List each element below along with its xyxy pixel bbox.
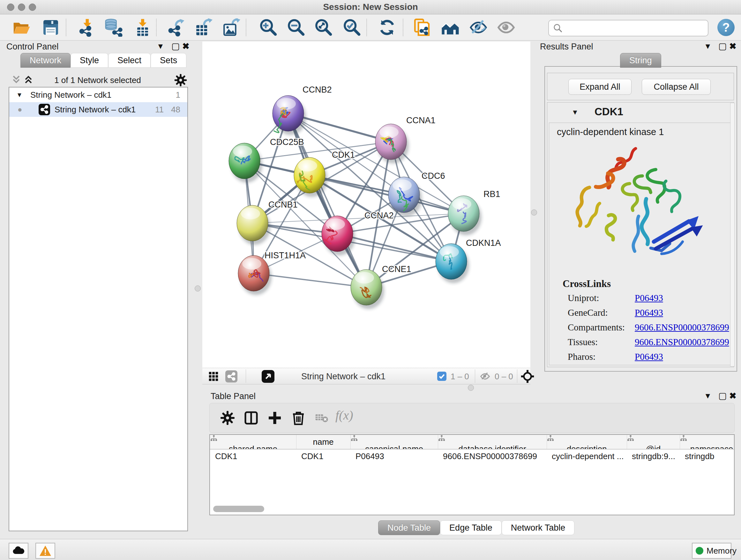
crosslink-row: GeneCard:P06493 <box>568 307 727 322</box>
results-panel-collapse-icon[interactable]: ▼ <box>704 42 712 51</box>
table-cell[interactable]: stringdb:9... <box>627 449 680 463</box>
first-neighbors-icon[interactable] <box>441 18 460 37</box>
network-options-gear-icon[interactable] <box>174 73 187 87</box>
zoom-fit-icon[interactable] <box>314 18 333 37</box>
collapse-all-button[interactable]: Collapse All <box>642 79 711 95</box>
add-column-icon[interactable] <box>267 410 282 426</box>
table-cell[interactable]: 9606.ENSP00000378699 <box>438 449 547 463</box>
table-cell[interactable]: P06493 <box>350 449 438 463</box>
control-panel-collapse-icon[interactable]: ▼ <box>157 42 164 51</box>
node-label-HIST1H1A: HIST1H1A <box>265 251 306 260</box>
network-node-CCNE1[interactable]: CCNE1 <box>351 264 411 309</box>
apply-function-icon[interactable]: f(x) <box>335 408 364 423</box>
network-node-CDC6[interactable]: CDC6 <box>388 171 445 216</box>
table-toolbar: f(x) <box>209 403 735 433</box>
delete-table-icon[interactable] <box>314 410 330 426</box>
results-scrollbar[interactable] <box>730 103 735 367</box>
expand-all-button[interactable]: Expand All <box>568 79 631 95</box>
import-network-icon[interactable] <box>77 18 96 37</box>
crosslink-value-link[interactable]: 9606.ENSP00000378699 <box>635 337 729 348</box>
share-view-icon[interactable] <box>225 370 238 382</box>
tab-style[interactable]: Style <box>71 53 108 68</box>
network-canvas[interactable]: CCNB2CCNA1CDC25BCDK1CDC6RB1CCNB1CCNA2CDK… <box>202 42 530 368</box>
selected-nodes-checkbox-icon[interactable] <box>437 372 447 381</box>
table-settings-gear-icon[interactable] <box>220 410 235 426</box>
network-collection-row[interactable]: ▼ String Network – cdk1 1 <box>9 87 187 102</box>
control-panel-float-icon[interactable]: ▢ <box>172 41 180 51</box>
results-panel-close-icon[interactable]: ✖ <box>729 41 737 51</box>
tab-string-results[interactable]: String <box>620 53 661 68</box>
crosslink-label: Pharos: <box>568 352 596 362</box>
column-header-shared-name[interactable]: shared name <box>210 435 296 449</box>
cloud-status-button[interactable] <box>9 543 28 559</box>
table-cell[interactable]: stringdb <box>680 449 735 463</box>
network-node-RB1[interactable]: RB1 <box>448 189 500 235</box>
column-header-database-identifier[interactable]: database identifier <box>438 435 547 449</box>
tab-network-table[interactable]: Network Table <box>502 520 575 535</box>
export-image-icon[interactable] <box>222 18 240 37</box>
table-panel-float-icon[interactable]: ▢ <box>718 390 727 401</box>
column-header-canonical-name[interactable]: canonical name <box>350 435 438 449</box>
crosslink-value-link[interactable]: 9606.ENSP00000378699 <box>635 322 729 333</box>
bottom-splitter-handle[interactable] <box>468 385 474 391</box>
table-panel-close-icon[interactable]: ✖ <box>729 391 737 401</box>
crosslink-value-link[interactable]: P06493 <box>635 307 663 318</box>
hidden-eye-icon[interactable] <box>479 371 491 382</box>
table-cell[interactable]: cyclin-dependent ... <box>547 449 627 463</box>
network-node-count: 11 <box>155 102 164 117</box>
network-node-CDKN1A[interactable]: CDKN1A <box>435 238 501 283</box>
results-panel-float-icon[interactable]: ▢ <box>718 41 727 51</box>
birds-eye-view-icon[interactable] <box>521 369 535 383</box>
control-panel-title: Control Panel <box>6 42 59 52</box>
crosslink-value-link[interactable]: P06493 <box>635 293 663 303</box>
collection-label: String Network – cdk1 <box>30 87 111 102</box>
zoom-selected-icon[interactable] <box>342 18 361 37</box>
node-label-CDC6: CDC6 <box>421 171 445 181</box>
duplicate-network-icon[interactable] <box>413 18 431 37</box>
network-node-CCNB2[interactable]: CCNB2 <box>273 85 332 135</box>
column-header-description[interactable]: description <box>547 435 627 449</box>
apply-layout-icon[interactable] <box>378 18 396 37</box>
zoom-out-icon[interactable] <box>286 18 305 37</box>
control-panel-close-icon[interactable]: ✖ <box>182 41 190 51</box>
table-panel-collapse-icon[interactable]: ▼ <box>704 391 712 400</box>
tab-edge-table[interactable]: Edge Table <box>440 520 502 535</box>
network-node-CCNA1[interactable]: CCNA1 <box>375 116 435 164</box>
warning-status-button[interactable] <box>36 543 55 559</box>
network-node-HIST1H1A[interactable]: HIST1H1A <box>238 251 306 295</box>
network-row-selected[interactable]: ● String Network – cdk1 11 48 <box>9 102 187 117</box>
show-all-icon[interactable] <box>497 18 515 37</box>
tab-select[interactable]: Select <box>108 53 151 68</box>
tab-network[interactable]: Network <box>20 53 71 68</box>
tab-sets[interactable]: Sets <box>151 53 186 68</box>
table-cell[interactable]: CDK1 <box>296 449 350 463</box>
tab-node-table[interactable]: Node Table <box>378 520 440 535</box>
help-button[interactable]: ? <box>718 19 735 36</box>
column-header-namespace[interactable]: namespace <box>680 435 735 449</box>
grid-view-icon[interactable] <box>208 371 219 382</box>
column-header--id[interactable]: @id <box>627 435 680 449</box>
gene-collapse-icon[interactable]: ▼ <box>571 108 579 117</box>
table-horizontal-scrollbar[interactable] <box>213 506 264 512</box>
network-node-CDC25B[interactable]: CDC25B <box>229 137 304 183</box>
network-node-CCNB1[interactable]: CCNB1 <box>237 200 298 245</box>
detach-view-icon[interactable] <box>262 370 274 383</box>
tree-expand-icon[interactable]: ▼ <box>16 87 23 102</box>
memory-button[interactable]: Memory <box>692 543 731 559</box>
zoom-in-icon[interactable] <box>259 18 277 37</box>
open-session-icon[interactable] <box>12 18 30 37</box>
column-header-name[interactable]: name <box>296 435 351 449</box>
import-table-icon[interactable] <box>133 18 152 37</box>
left-splitter-handle[interactable] <box>195 286 201 292</box>
show-columns-icon[interactable] <box>244 410 259 426</box>
hide-selected-icon[interactable] <box>469 18 488 37</box>
right-splitter-handle[interactable] <box>531 209 537 215</box>
table-cell[interactable]: CDK1 <box>210 449 296 463</box>
export-network-icon[interactable] <box>166 18 185 37</box>
crosslink-value-link[interactable]: P06493 <box>635 352 663 362</box>
import-network-from-database-icon[interactable] <box>104 18 123 37</box>
delete-column-icon[interactable] <box>291 410 306 426</box>
export-table-icon[interactable] <box>194 18 212 37</box>
save-session-icon[interactable] <box>42 18 60 37</box>
search-input[interactable] <box>565 21 704 35</box>
